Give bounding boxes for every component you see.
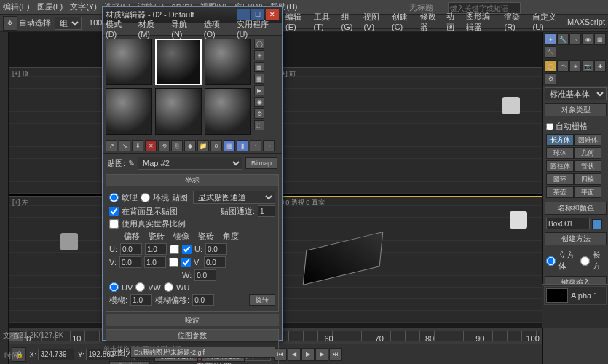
reset-icon[interactable]: ⟲ [158, 140, 170, 151]
move-tool-icon[interactable]: ✥ [3, 16, 17, 31]
sample-type-icon[interactable]: ◯ [254, 39, 264, 49]
display-tab-icon[interactable]: ▦ [594, 33, 606, 45]
blur-input[interactable] [130, 294, 152, 306]
vw-radio[interactable] [135, 282, 145, 292]
go-parent-icon[interactable]: ↑ [250, 140, 261, 151]
cameras-icon[interactable]: 📷 [582, 60, 593, 72]
box-object[interactable] [302, 232, 383, 285]
rollout-header[interactable]: 位图参数 [106, 330, 278, 341]
eyedropper-icon[interactable]: ✎ [128, 159, 135, 168]
motion-tab-icon[interactable]: ◉ [582, 33, 593, 45]
map-name-dropdown[interactable]: Map #2 [138, 157, 242, 170]
get-material-icon[interactable]: ↗ [106, 140, 117, 151]
layer-name[interactable]: Alpha 1 [571, 291, 598, 300]
show-behind-checkbox[interactable] [109, 207, 119, 216]
rollout-header[interactable]: 创建方法 [545, 232, 607, 245]
menu-item[interactable]: 视图(V) [363, 12, 384, 31]
v-tiling-input[interactable] [144, 256, 166, 268]
pyramid-button[interactable]: 四棱 [574, 173, 601, 185]
v-mirror-checkbox[interactable] [169, 258, 178, 267]
geosphere-button[interactable]: 几何 [574, 147, 601, 159]
menu-item[interactable]: 导航(N) [171, 19, 198, 39]
create-tab-icon[interactable]: ✦ [545, 33, 556, 45]
backlight-icon[interactable]: ☀ [254, 50, 264, 60]
menu-item[interactable]: 选项(O) [204, 19, 231, 39]
cube-radio[interactable] [546, 256, 556, 266]
uv-radio[interactable] [109, 282, 119, 292]
menu-item[interactable]: 文字(Y) [70, 1, 97, 12]
make-preview-icon[interactable]: ◉ [254, 97, 264, 107]
next-frame-icon[interactable]: ▶ [315, 348, 328, 361]
menu-item[interactable]: 组(G) [341, 12, 357, 31]
w-angle-input[interactable] [194, 269, 216, 281]
close-icon[interactable]: ✕ [266, 9, 279, 20]
layer-thumbnail[interactable] [546, 288, 568, 303]
go-forward-icon[interactable]: → [263, 140, 275, 151]
map-type-button[interactable]: Bitmap [245, 157, 277, 169]
make-unique-icon[interactable]: ◆ [184, 140, 196, 151]
rollout-header[interactable]: 名称和颜色 [545, 202, 607, 215]
menu-item[interactable]: 动画 [446, 11, 459, 33]
material-slot[interactable] [106, 39, 152, 85]
put-material-icon[interactable]: ↘ [119, 140, 130, 151]
reload-button[interactable]: 重新加载 [109, 361, 150, 364]
menu-item[interactable]: 渲染(R) [504, 12, 525, 31]
mapping-dropdown[interactable]: 显式贴图通道 [193, 191, 275, 204]
material-slot[interactable] [155, 88, 202, 135]
rotate-button[interactable]: 旋转 [249, 294, 275, 306]
plane-button[interactable]: 平面 [574, 186, 601, 198]
shapes-icon[interactable]: ◠ [557, 60, 569, 72]
auto-grid-checkbox[interactable] [546, 123, 553, 130]
material-slot[interactable] [205, 39, 251, 85]
rollout-header[interactable]: 坐标 [106, 175, 278, 186]
teapot-button[interactable]: 茶壶 [546, 186, 574, 198]
rollout-header[interactable]: 噪波 [106, 314, 279, 326]
material-slot[interactable] [205, 88, 251, 135]
environ-radio[interactable] [141, 193, 150, 202]
u-offset-input[interactable] [120, 243, 142, 255]
material-slot-selected[interactable] [155, 39, 202, 85]
v-angle-input[interactable] [204, 256, 226, 268]
cylinder-button[interactable]: 圆柱体 [546, 160, 574, 172]
object-name-input[interactable] [546, 218, 590, 229]
cone-button[interactable]: 圆锥体 [574, 134, 601, 146]
assign-icon[interactable]: ⬇ [132, 140, 143, 151]
goto-end-icon[interactable]: ⏭ [329, 348, 342, 361]
menu-item[interactable]: 编辑(E) [285, 12, 307, 31]
color-swatch[interactable] [592, 219, 602, 229]
menu-item[interactable]: 编辑(E) [3, 1, 30, 12]
texture-radio[interactable] [109, 193, 119, 202]
video-check-icon[interactable]: ▶ [254, 85, 264, 95]
menu-item[interactable]: 图形编辑器 [466, 11, 497, 33]
show-map-icon[interactable]: ▦ [224, 140, 235, 151]
menu-item[interactable]: 创建(C) [392, 12, 413, 31]
u-tiling-input[interactable] [145, 243, 167, 255]
background-icon[interactable]: ▦ [254, 62, 264, 72]
menu-item[interactable]: 材质(M) [138, 19, 166, 39]
delete-icon[interactable]: ✕ [145, 140, 157, 151]
torus-button[interactable]: 圆环 [546, 173, 574, 185]
geometry-icon[interactable]: ◯ [545, 60, 556, 72]
sample-uv-icon[interactable]: ▦ [254, 74, 264, 84]
v-tile-checkbox[interactable] [181, 258, 191, 267]
helpers-icon[interactable]: ✚ [594, 60, 606, 72]
maximize-icon[interactable]: ☐ [251, 9, 264, 20]
box-button[interactable]: 长方体 [546, 134, 574, 146]
rollout-header[interactable]: 对象类型 [545, 103, 607, 116]
auto-select-dropdown[interactable]: 组 [55, 17, 82, 30]
x-input[interactable] [38, 349, 74, 360]
u-mirror-checkbox[interactable] [170, 245, 179, 254]
menu-item[interactable]: 自定义(U) [532, 12, 560, 31]
menu-item[interactable]: 模式(D) [106, 19, 133, 39]
viewport-front[interactable]: [+] 前 [277, 67, 543, 194]
material-id-icon[interactable]: 0 [210, 140, 222, 151]
map-channel-input[interactable] [258, 205, 275, 217]
make-copy-icon[interactable]: ⎘ [171, 140, 183, 151]
v-offset-input[interactable] [119, 256, 141, 268]
real-scale-checkbox[interactable] [109, 219, 119, 229]
modify-tab-icon[interactable]: 🔧 [557, 33, 569, 45]
minimize-icon[interactable]: — [237, 9, 250, 20]
select-by-material-icon[interactable]: ⬚ [254, 120, 264, 130]
blur-offset-input[interactable] [192, 294, 214, 306]
menu-item[interactable]: MAXScript [567, 17, 605, 26]
